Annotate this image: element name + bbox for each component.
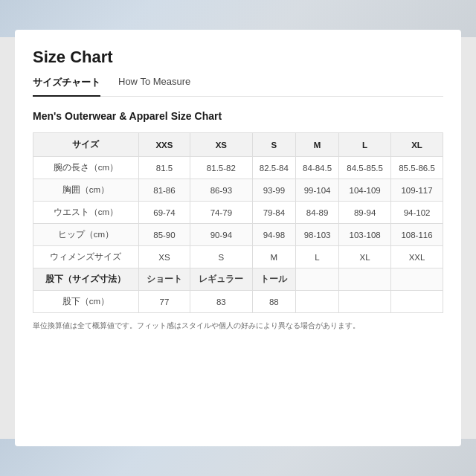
tabs-container: サイズチャート How To Measure bbox=[33, 76, 443, 97]
table-row: 胸囲（cm）81-8686-9393-9999-104104-109109-11… bbox=[33, 179, 443, 202]
table-row: ウィメンズサイズXSSMLXLXXL bbox=[33, 246, 443, 268]
col-header-xxs: XXS bbox=[138, 133, 190, 157]
table-row: 股下（サイズ寸法）ショートレギュラートール bbox=[33, 268, 443, 291]
col-header-m: M bbox=[295, 133, 338, 157]
cell-value bbox=[339, 268, 391, 291]
table-header-row: サイズ XXS XS S M L XL bbox=[33, 133, 443, 157]
cell-value: 86-93 bbox=[190, 179, 253, 202]
cell-value: 81.5-82 bbox=[190, 157, 253, 179]
cell-value: 81-86 bbox=[138, 179, 190, 202]
row-label: ウィメンズサイズ bbox=[33, 246, 139, 268]
cell-value: レギュラー bbox=[190, 268, 253, 291]
cell-value: 84-84.5 bbox=[295, 157, 338, 179]
cell-value: 84.5-85.5 bbox=[339, 157, 391, 179]
cell-value: 94-102 bbox=[391, 202, 443, 224]
cell-value: 88 bbox=[252, 291, 295, 313]
cell-value bbox=[339, 291, 391, 313]
cell-value bbox=[295, 291, 338, 313]
row-label: 股下（cm） bbox=[33, 291, 139, 313]
cell-value bbox=[295, 268, 338, 291]
cell-value: XL bbox=[339, 246, 391, 268]
cell-value: 98-103 bbox=[295, 224, 338, 246]
row-label: 胸囲（cm） bbox=[33, 179, 139, 202]
cell-value bbox=[391, 291, 443, 313]
tab-how-to-measure[interactable]: How To Measure bbox=[118, 76, 190, 96]
cell-value: 94-98 bbox=[252, 224, 295, 246]
cell-value: 104-109 bbox=[339, 179, 391, 202]
footnote: 単位換算値は全て概算値です。フィット感はスタイルや個人の好みにより異なる場合があ… bbox=[33, 321, 443, 331]
size-table: サイズ XXS XS S M L XL 腕の長さ（cm）81.581.5-828… bbox=[33, 132, 443, 313]
row-label: ウエスト（cm） bbox=[33, 202, 139, 224]
col-header-s: S bbox=[252, 133, 295, 157]
cell-value: 84-89 bbox=[295, 202, 338, 224]
cell-value: 81.5 bbox=[138, 157, 190, 179]
cell-value: 77 bbox=[138, 291, 190, 313]
tab-size-chart[interactable]: サイズチャート bbox=[33, 76, 100, 97]
cell-value: XXL bbox=[391, 246, 443, 268]
cell-value: M bbox=[252, 246, 295, 268]
cell-value: 103-108 bbox=[339, 224, 391, 246]
cell-value: 79-84 bbox=[252, 202, 295, 224]
table-row: 腕の長さ（cm）81.581.5-8282.5-8484-84.584.5-85… bbox=[33, 157, 443, 179]
cell-value: S bbox=[190, 246, 253, 268]
cell-value: 69-74 bbox=[138, 202, 190, 224]
cell-value: L bbox=[295, 246, 338, 268]
section-title: Men's Outerwear & Apparel Size Chart bbox=[33, 110, 443, 122]
cell-value: XS bbox=[138, 246, 190, 268]
cell-value: 82.5-84 bbox=[252, 157, 295, 179]
cell-value: 85-90 bbox=[138, 224, 190, 246]
table-row: ヒップ（cm）85-9090-9494-9898-103103-108108-1… bbox=[33, 224, 443, 246]
page-title: Size Chart bbox=[33, 48, 443, 67]
cell-value: トール bbox=[252, 268, 295, 291]
col-header-l: L bbox=[339, 133, 391, 157]
col-header-xs: XS bbox=[190, 133, 253, 157]
cell-value: 89-94 bbox=[339, 202, 391, 224]
cell-value: 108-116 bbox=[391, 224, 443, 246]
table-row: 股下（cm）778388 bbox=[33, 291, 443, 313]
cell-value: 74-79 bbox=[190, 202, 253, 224]
cell-value: 85.5-86.5 bbox=[391, 157, 443, 179]
col-header-size: サイズ bbox=[33, 133, 139, 157]
cell-value: ショート bbox=[138, 268, 190, 291]
table-row: ウエスト（cm）69-7474-7979-8484-8989-9494-102 bbox=[33, 202, 443, 224]
row-label: 腕の長さ（cm） bbox=[33, 157, 139, 179]
cell-value: 83 bbox=[190, 291, 253, 313]
row-label: 股下（サイズ寸法） bbox=[33, 268, 139, 291]
row-label: ヒップ（cm） bbox=[33, 224, 139, 246]
cell-value bbox=[391, 268, 443, 291]
cell-value: 99-104 bbox=[295, 179, 338, 202]
col-header-xl: XL bbox=[391, 133, 443, 157]
main-card: Size Chart サイズチャート How To Measure Men's … bbox=[15, 30, 461, 446]
cell-value: 90-94 bbox=[190, 224, 253, 246]
cell-value: 109-117 bbox=[391, 179, 443, 202]
cell-value: 93-99 bbox=[252, 179, 295, 202]
